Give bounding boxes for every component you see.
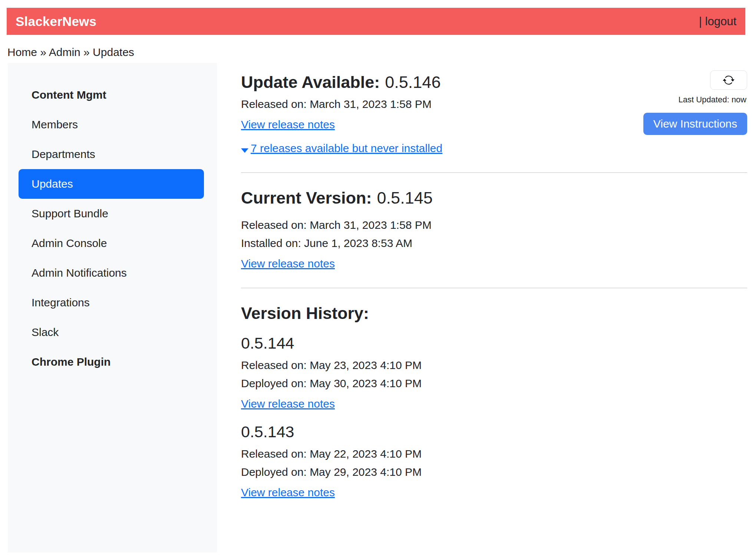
sidebar-item-departments[interactable]: Departments [8, 139, 217, 169]
version-history-entry: 0.5.143 Released on: May 22, 2023 4:10 P… [241, 423, 747, 500]
update-available-section: Update Available:0.5.146 Released on: Ma… [241, 64, 747, 157]
view-release-notes-link[interactable]: View release notes [241, 486, 335, 499]
history-version-number: 0.5.144 [241, 334, 747, 352]
sidebar-item-admin-notifications[interactable]: Admin Notifications [8, 258, 217, 288]
version-history-heading: Version History: [241, 304, 747, 323]
refresh-icon [723, 74, 735, 86]
current-version-heading: Current Version:0.5.145 [241, 188, 747, 208]
app-title[interactable]: SlackerNews [16, 14, 96, 29]
caret-down-icon [241, 148, 248, 153]
deployed-on-text: Deployed on: May 29, 2023 4:10 PM [241, 466, 747, 478]
view-release-notes-link[interactable]: View release notes [241, 398, 335, 410]
released-on-text: Released on: March 31, 2023 1:58 PM [241, 219, 747, 231]
app-root: SlackerNews | logout Home » Admin » Upda… [0, 8, 752, 560]
history-version-number: 0.5.143 [241, 423, 747, 441]
installed-on-text: Installed on: June 1, 2023 8:53 AM [241, 237, 747, 250]
releases-available-link[interactable]: 7 releases available but never installed [251, 142, 442, 155]
content-layout: Content Mgmt Members Departments Updates… [0, 63, 752, 553]
update-available-info: Update Available:0.5.146 Released on: Ma… [241, 64, 442, 157]
version-history-entry: 0.5.144 Released on: May 23, 2023 4:10 P… [241, 334, 747, 412]
released-on-text: Released on: March 31, 2023 1:58 PM [241, 98, 442, 111]
sidebar-item-support-bundle[interactable]: Support Bundle [8, 199, 217, 228]
sidebar-item-slack[interactable]: Slack [8, 317, 217, 347]
current-version-number: 0.5.145 [377, 188, 433, 207]
section-divider [241, 172, 747, 173]
released-on-text: Released on: May 22, 2023 4:10 PM [241, 448, 747, 460]
current-version-section: Current Version:0.5.145 Released on: Mar… [241, 188, 747, 272]
update-available-heading: Update Available:0.5.146 [241, 73, 442, 92]
update-controls: Last Updated: now View Instructions [643, 64, 747, 135]
view-release-notes-link[interactable]: View release notes [241, 118, 335, 131]
refresh-button[interactable] [710, 70, 747, 90]
view-instructions-button[interactable]: View Instructions [643, 113, 747, 135]
last-updated-text: Last Updated: now [679, 95, 746, 105]
current-version-label: Current Version: [241, 188, 372, 207]
sidebar-item-chrome-plugin[interactable]: Chrome Plugin [8, 347, 217, 377]
released-on-text: Released on: May 23, 2023 4:10 PM [241, 359, 747, 372]
update-available-label: Update Available: [241, 73, 380, 92]
sidebar-nav: Content Mgmt Members Departments Updates… [8, 63, 217, 553]
sidebar-item-content-mgmt[interactable]: Content Mgmt [8, 80, 217, 110]
sidebar-item-updates[interactable]: Updates [19, 169, 204, 199]
deployed-on-text: Deployed on: May 30, 2023 4:10 PM [241, 377, 747, 390]
top-header-bar: SlackerNews | logout [7, 8, 745, 35]
releases-expander[interactable]: 7 releases available but never installed [241, 140, 442, 157]
update-available-version: 0.5.146 [385, 73, 441, 92]
section-divider [241, 288, 747, 288]
logout-link[interactable]: | logout [699, 15, 736, 28]
sidebar-item-members[interactable]: Members [8, 110, 217, 139]
version-history-section: Version History: 0.5.144 Released on: Ma… [241, 304, 747, 500]
main-content: Update Available:0.5.146 Released on: Ma… [217, 63, 747, 500]
sidebar-item-admin-console[interactable]: Admin Console [8, 228, 217, 258]
breadcrumb[interactable]: Home » Admin » Updates [7, 46, 745, 59]
view-release-notes-link[interactable]: View release notes [241, 257, 335, 270]
sidebar-item-integrations[interactable]: Integrations [8, 288, 217, 317]
